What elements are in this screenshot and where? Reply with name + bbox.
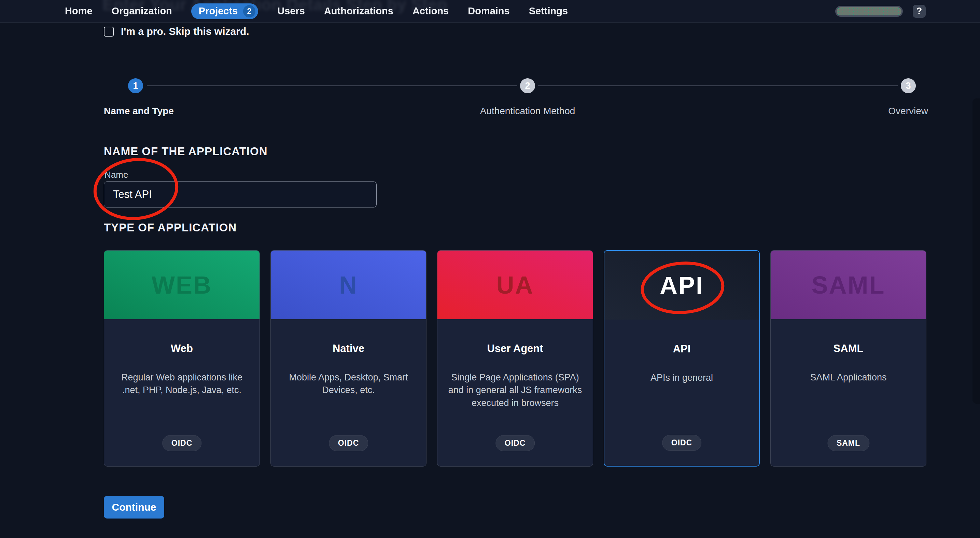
card-body-api: API APIs in general OIDC <box>605 319 759 466</box>
app-type-card-saml[interactable]: SAML SAML SAML Applications SAML <box>770 250 926 466</box>
nav-item-projects[interactable]: Projects 2 <box>191 3 258 19</box>
app-type-card-api-selected[interactable]: API API APIs in general OIDC <box>604 250 760 466</box>
card-title: SAML <box>780 343 916 355</box>
step-3-label: Overview <box>888 105 928 117</box>
card-header-api: API <box>605 251 759 319</box>
card-description: Single Page Applications (SPA) and in ge… <box>447 371 583 409</box>
nav-item-authorizations[interactable]: Authorizations <box>324 5 393 17</box>
card-body-native: Native Mobile Apps, Desktop, Smart Devic… <box>271 319 426 466</box>
card-header-saml: SAML <box>771 251 926 319</box>
card-header-web: WEB <box>104 251 259 319</box>
app-type-card-native[interactable]: N Native Mobile Apps, Desktop, Smart Dev… <box>270 250 426 466</box>
step-2-label: Authentication Method <box>480 105 575 117</box>
step-2-circle: 2 <box>520 78 535 93</box>
continue-button[interactable]: Continue <box>104 496 164 519</box>
redacted-account-info[interactable] <box>835 6 903 17</box>
card-letter-user-agent: UA <box>496 271 534 299</box>
name-field-label: Name <box>105 169 128 180</box>
card-header-user-agent: UA <box>438 251 593 319</box>
stepper-connector <box>538 85 898 86</box>
nav-item-settings[interactable]: Settings <box>529 5 568 17</box>
name-section-heading: NAME OF THE APPLICATION <box>104 145 268 158</box>
name-input[interactable] <box>104 182 377 208</box>
nav-item-organization[interactable]: Organization <box>112 5 172 17</box>
card-body-user-agent: User Agent Single Page Applications (SPA… <box>438 319 593 466</box>
card-title: Native <box>280 343 417 355</box>
step-1-circle: 1 <box>128 78 143 93</box>
type-section-heading: TYPE OF APPLICATION <box>104 221 237 234</box>
protocol-badge: OIDC <box>162 435 202 451</box>
card-description: Regular Web applications like .net, PHP,… <box>114 371 250 397</box>
nav-item-actions[interactable]: Actions <box>412 5 449 17</box>
protocol-badge: OIDC <box>662 435 702 451</box>
wizard-stepper: 1 2 3 Name and Type Authentication Metho… <box>104 78 928 119</box>
top-navigation: Home Organization Projects 2 Users Autho… <box>0 0 980 22</box>
card-letter-web: WEB <box>152 271 212 299</box>
card-letter-saml: SAML <box>812 271 885 299</box>
card-body-saml: SAML SAML Applications SAML <box>771 319 926 466</box>
protocol-badge: OIDC <box>329 435 368 451</box>
card-title: Web <box>114 343 250 355</box>
app-type-cards: WEB Web Regular Web applications like .n… <box>104 250 926 466</box>
protocol-badge: OIDC <box>495 435 535 451</box>
projects-count-badge: 2 <box>243 5 255 18</box>
skip-wizard-checkbox[interactable] <box>104 27 114 37</box>
card-letter-api: API <box>660 271 704 299</box>
card-description: SAML Applications <box>780 371 916 384</box>
card-description: APIs in general <box>614 372 749 384</box>
nav-item-users[interactable]: Users <box>277 5 305 17</box>
card-letter-native: N <box>339 271 358 299</box>
app-type-card-user-agent[interactable]: UA User Agent Single Page Applications (… <box>437 250 593 466</box>
nav-right-group: ? <box>835 5 926 18</box>
step-1-label: Name and Type <box>104 105 174 117</box>
card-header-native: N <box>271 251 426 319</box>
vertical-scrollbar[interactable] <box>972 99 980 404</box>
card-description: Mobile Apps, Desktop, Smart Devices, etc… <box>280 371 417 397</box>
help-button[interactable]: ? <box>913 5 926 18</box>
skip-wizard-label: I'm a pro. Skip this wizard. <box>121 26 249 37</box>
stepper-connector <box>147 85 517 86</box>
nav-item-projects-label: Projects <box>199 5 238 17</box>
protocol-badge: SAML <box>827 435 869 451</box>
app-type-card-web[interactable]: WEB Web Regular Web applications like .n… <box>104 250 260 466</box>
skip-wizard-row: I'm a pro. Skip this wizard. <box>104 26 249 37</box>
nav-item-domains[interactable]: Domains <box>468 5 509 17</box>
step-3-circle: 3 <box>901 78 916 93</box>
card-body-web: Web Regular Web applications like .net, … <box>104 319 259 466</box>
card-title: User Agent <box>447 343 583 355</box>
card-title: API <box>614 343 749 355</box>
nav-item-home[interactable]: Home <box>65 5 92 17</box>
